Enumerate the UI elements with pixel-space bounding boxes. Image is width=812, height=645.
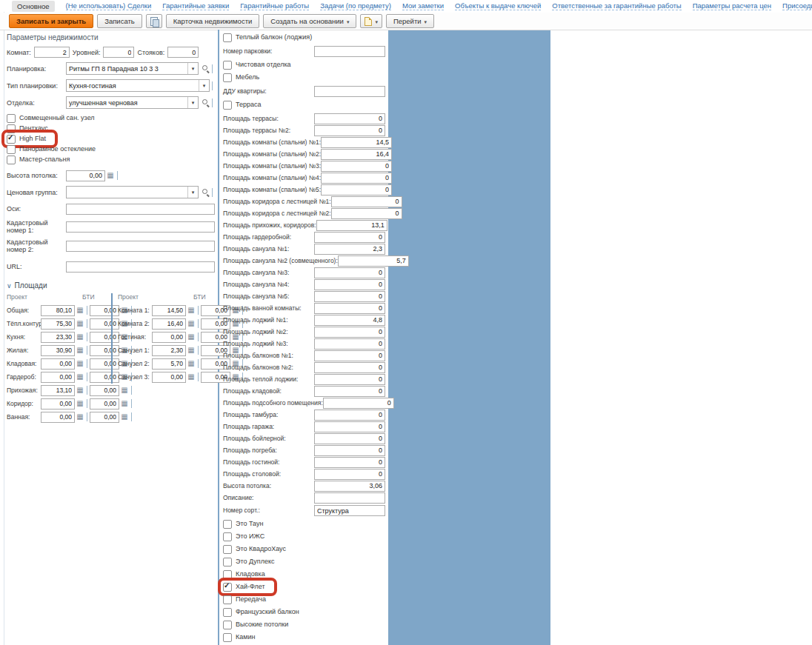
tab-link[interactable]: Параметры расчета цен [693, 1, 771, 10]
area-project-input[interactable] [41, 305, 75, 316]
numeric-field-input[interactable] [314, 374, 385, 385]
area-project-input[interactable] [152, 358, 186, 370]
checkbox-row[interactable]: Совмещенный сан. узел [7, 113, 95, 123]
tab-link[interactable]: Гарантийные заявки [162, 1, 229, 10]
area-project-input[interactable] [41, 332, 75, 343]
area-project-input[interactable] [41, 372, 75, 383]
numeric-field-input[interactable] [314, 244, 385, 255]
numeric-field-input[interactable] [314, 362, 385, 373]
tab-link[interactable]: Основное [12, 1, 55, 12]
calculator-icon[interactable] [187, 346, 196, 355]
tab-link[interactable]: (Не использовать) Сделки [66, 1, 152, 10]
checkbox-terrace[interactable]: Терраса [223, 100, 262, 110]
numeric-field-input[interactable] [314, 232, 385, 243]
tab-link[interactable]: Объекты к выдаче ключей [455, 1, 541, 10]
checkbox-row[interactable]: Высокие потолки [223, 620, 288, 629]
checkbox[interactable] [223, 73, 232, 82]
numeric-field-input[interactable] [321, 184, 392, 195]
checkbox-row[interactable]: Это КвадроХаус [223, 544, 286, 554]
area-project-input[interactable] [41, 345, 75, 356]
area-project-input[interactable] [152, 332, 186, 343]
numeric-field-input[interactable] [314, 315, 385, 326]
numeric-field-input[interactable] [316, 220, 387, 231]
tab-link[interactable]: Ответственные за гарантийные работы [552, 1, 681, 10]
checkbox-row[interactable]: Пентхаус [7, 124, 48, 133]
go-to-button[interactable]: Перейти [386, 14, 434, 28]
checkbox-row[interactable]: Это Таун [223, 519, 263, 529]
checkbox-row[interactable]: Панорамное остекление [7, 144, 96, 154]
calculator-icon[interactable] [187, 372, 196, 381]
checkbox[interactable] [223, 61, 232, 70]
numeric-field-input[interactable] [331, 196, 402, 207]
numeric-field-input[interactable] [314, 469, 385, 480]
calculator-icon[interactable] [76, 306, 84, 315]
checkbox-row[interactable]: Кладовка [223, 569, 265, 579]
calculator-icon[interactable] [76, 412, 84, 421]
numeric-field-input[interactable] [314, 433, 385, 444]
area-bti-input[interactable] [90, 398, 119, 410]
numeric-field-input[interactable] [321, 173, 392, 184]
checkbox[interactable] [223, 595, 232, 604]
planning-type-input[interactable] [67, 81, 199, 90]
calculator-icon[interactable] [120, 399, 129, 408]
calculator-icon[interactable] [76, 386, 84, 395]
calculator-icon[interactable] [187, 332, 196, 341]
calculator-icon[interactable] [187, 306, 196, 315]
numeric-field-input[interactable] [314, 113, 385, 124]
numeric-field-input[interactable] [314, 338, 385, 350]
checkbox[interactable] [7, 124, 16, 133]
finish-input[interactable] [67, 98, 187, 107]
numeric-field-input[interactable] [314, 410, 385, 421]
numeric-field-input[interactable] [314, 386, 385, 397]
checkbox-clean-finish[interactable]: Чистовая отделка [223, 60, 291, 70]
numeric-field-input[interactable] [314, 350, 385, 361]
checkbox[interactable] [223, 520, 232, 529]
area-project-input[interactable] [152, 305, 186, 316]
checkbox[interactable] [223, 583, 232, 592]
magnifier-icon[interactable] [202, 64, 210, 73]
ddu-input[interactable] [314, 86, 385, 97]
tab-link[interactable]: Мои заметки [402, 1, 444, 10]
description-input[interactable] [314, 492, 385, 504]
rooms-input[interactable] [34, 47, 70, 58]
numeric-field-input[interactable] [314, 481, 385, 492]
cadastre1-input[interactable] [66, 221, 215, 233]
area-project-input[interactable] [152, 345, 186, 356]
numeric-field-input[interactable] [314, 291, 385, 302]
chevron-down-icon[interactable] [187, 187, 198, 198]
numeric-field-input[interactable] [314, 421, 385, 432]
checkbox-row[interactable]: Это Дуплекс [223, 557, 274, 567]
ceiling-height-input[interactable] [66, 170, 105, 181]
numeric-field-input[interactable] [321, 149, 392, 160]
calculator-icon[interactable] [76, 372, 84, 381]
calculator-icon[interactable] [187, 359, 196, 368]
checkbox[interactable] [223, 621, 232, 629]
numeric-field-input[interactable] [331, 208, 402, 219]
save-button[interactable]: Записать [97, 14, 142, 28]
numeric-field-input[interactable] [323, 398, 394, 409]
calculator-icon[interactable] [120, 386, 129, 395]
numeric-field-input[interactable] [338, 255, 409, 267]
realty-card-button[interactable]: Карточка недвижимости [166, 14, 260, 28]
checkbox[interactable] [223, 532, 232, 541]
checkbox-row[interactable]: High Flat [7, 134, 46, 144]
numeric-field-input[interactable] [314, 125, 385, 136]
area-project-input[interactable] [41, 318, 75, 330]
area-project-input[interactable] [41, 385, 75, 396]
create-based-on-button[interactable]: Создать на основании [263, 14, 356, 28]
checkbox-row[interactable]: Мастер-спальня [7, 155, 70, 164]
sort-number-input[interactable] [314, 505, 385, 516]
calculator-icon[interactable] [187, 319, 196, 328]
checkbox[interactable] [7, 145, 16, 154]
checkbox-row[interactable]: Хай-Флет [223, 582, 265, 592]
checkbox[interactable] [223, 33, 232, 42]
calculator-icon[interactable] [106, 171, 115, 180]
planning-input[interactable] [67, 64, 187, 73]
chevron-down-icon[interactable] [187, 97, 198, 108]
axes-input[interactable] [66, 204, 215, 215]
chevron-down-icon[interactable] [187, 63, 198, 74]
cadastre2-input[interactable] [66, 241, 215, 252]
calculator-icon[interactable] [120, 412, 129, 421]
numeric-field-input[interactable] [314, 445, 385, 456]
copy-icon-button[interactable] [146, 14, 162, 28]
